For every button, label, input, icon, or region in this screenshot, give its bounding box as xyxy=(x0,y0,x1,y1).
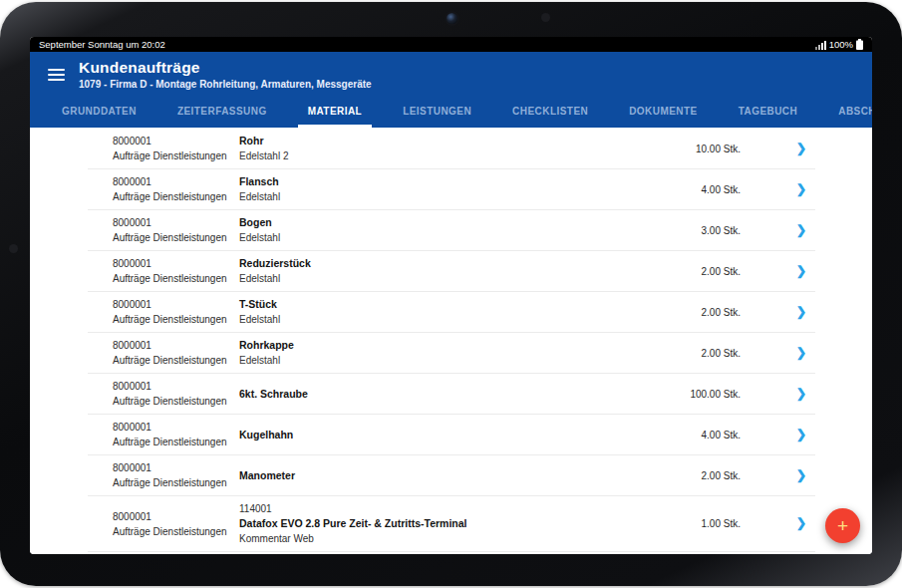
material-left-col: 8000001Aufträge Dienstleistungen xyxy=(113,460,239,490)
material-left-col: 8000001Aufträge Dienstleistungen xyxy=(113,256,239,286)
material-variant: Edelstahl xyxy=(239,230,661,245)
material-left-col: 8000001Aufträge Dienstleistungen xyxy=(113,379,239,409)
chevron-right-icon[interactable]: ❯ xyxy=(793,388,809,401)
material-name: Rohr xyxy=(239,134,661,148)
material-code: 8000001 xyxy=(113,509,239,524)
material-variant: Edelstahl xyxy=(239,312,661,327)
material-quantity: 100.00 Stk. xyxy=(661,389,741,400)
material-article-no: 114001 xyxy=(239,501,661,516)
material-row[interactable]: 8000001Aufträge DienstleistungenFlanschE… xyxy=(88,169,815,210)
chevron-right-icon[interactable]: ❯ xyxy=(793,517,809,530)
tab-tagebuch[interactable]: TAGEBUCH xyxy=(729,106,808,128)
chevron-right-icon[interactable]: ❯ xyxy=(793,224,809,237)
material-main-col: FlanschEdelstahl xyxy=(239,174,661,204)
tab-bar: GRUNDDATENZEITERFASSUNGMATERIALLEISTUNGE… xyxy=(30,96,872,128)
tab-leistungen[interactable]: LEISTUNGEN xyxy=(393,106,481,128)
material-group: Aufträge Dienstleistungen xyxy=(113,148,239,163)
material-comment: Kommentar Web xyxy=(239,531,661,546)
material-variant: Edelstahl xyxy=(239,353,661,368)
chevron-right-icon[interactable]: ❯ xyxy=(793,183,809,196)
material-main-col: T-StückEdelstahl xyxy=(239,297,661,327)
material-code: 8000001 xyxy=(113,338,239,353)
material-quantity: 1.00 Stk. xyxy=(661,518,741,529)
material-row[interactable]: 8000001Aufträge Dienstleistungen114001Da… xyxy=(88,496,815,552)
material-name: 6kt. Schraube xyxy=(239,387,661,402)
side-camera-icon xyxy=(9,244,18,253)
material-code: 8000001 xyxy=(113,215,239,230)
material-group: Aufträge Dienstleistungen xyxy=(113,312,239,327)
material-left-col: 8000001Aufträge Dienstleistungen xyxy=(113,215,239,245)
material-variant: Edelstahl 2 xyxy=(239,148,661,163)
material-group: Aufträge Dienstleistungen xyxy=(113,230,239,245)
material-variant: Edelstahl xyxy=(239,189,661,204)
material-code: 8000001 xyxy=(113,379,239,394)
tab-checklisten[interactable]: CHECKLISTEN xyxy=(502,106,598,128)
material-name: Bogen xyxy=(239,215,661,230)
tab-abschluss[interactable]: ABSCHLUSS xyxy=(828,106,872,128)
material-quantity: 3.00 Stk. xyxy=(661,225,741,236)
material-row[interactable]: 8000001Aufträge DienstleistungenBogenEde… xyxy=(88,210,815,251)
add-material-button[interactable]: + xyxy=(825,508,860,543)
tab-grunddaten[interactable]: GRUNDDATEN xyxy=(52,106,147,128)
status-datetime: September Sonntag um 20:02 xyxy=(39,39,165,50)
tablet-mockup: September Sonntag um 20:02 100% Kundenau… xyxy=(0,0,902,588)
material-code: 8000001 xyxy=(113,297,239,312)
material-group: Aufträge Dienstleistungen xyxy=(113,394,239,409)
material-row[interactable]: 8000001Aufträge DienstleistungenReduzier… xyxy=(88,251,815,292)
page-title: Kundenaufträge xyxy=(79,59,372,77)
chevron-right-icon[interactable]: ❯ xyxy=(793,143,809,155)
chevron-right-icon[interactable]: ❯ xyxy=(793,469,809,482)
material-quantity: 10.00 Stk. xyxy=(661,144,741,154)
material-quantity: 2.00 Stk. xyxy=(661,307,741,318)
app-screen: September Sonntag um 20:02 100% Kundenau… xyxy=(30,37,872,554)
material-left-col: 8000001Aufträge Dienstleistungen xyxy=(113,174,239,204)
chevron-right-icon[interactable]: ❯ xyxy=(793,347,809,360)
plus-icon: + xyxy=(837,516,848,535)
material-main-col: Manometer xyxy=(239,468,661,483)
hamburger-menu-icon[interactable] xyxy=(48,69,65,81)
material-quantity: 2.00 Stk. xyxy=(661,266,741,277)
material-group: Aufträge Dienstleistungen xyxy=(113,524,239,539)
material-group: Aufträge Dienstleistungen xyxy=(113,435,239,449)
chevron-right-icon[interactable]: ❯ xyxy=(793,306,809,319)
material-group: Aufträge Dienstleistungen xyxy=(113,475,239,490)
app-header: Kundenaufträge 1079 - Firma D - Montage … xyxy=(30,52,872,96)
material-quantity: 4.00 Stk. xyxy=(661,184,741,195)
material-name: Rohrkappe xyxy=(239,338,661,353)
material-row[interactable]: 8000001Aufträge DienstleistungenT-StückE… xyxy=(88,292,815,333)
material-group: Aufträge Dienstleistungen xyxy=(113,189,239,204)
material-row[interactable]: 8000001Aufträge DienstleistungenRohrEdel… xyxy=(88,129,815,169)
chevron-right-icon[interactable]: ❯ xyxy=(793,429,809,441)
material-row[interactable]: 8000001Aufträge DienstleistungenManomete… xyxy=(88,455,815,496)
material-main-col: RohrkappeEdelstahl xyxy=(239,338,661,368)
material-group: Aufträge Dienstleistungen xyxy=(113,271,239,286)
status-bar: September Sonntag um 20:02 100% xyxy=(30,37,872,52)
material-name: Reduzierstück xyxy=(239,256,661,271)
tab-material[interactable]: MATERIAL xyxy=(298,106,373,128)
material-row[interactable]: 8000001Aufträge DienstleistungenKugelhah… xyxy=(88,415,815,455)
material-code: 8000001 xyxy=(113,256,239,271)
material-list[interactable]: 8000001Aufträge DienstleistungenRohrEdel… xyxy=(30,128,872,554)
material-left-col: 8000001Aufträge Dienstleistungen xyxy=(113,338,239,368)
material-main-col: ReduzierstückEdelstahl xyxy=(239,256,661,286)
material-name: Datafox EVO 2.8 Pure Zeit- & Zutritts-Te… xyxy=(239,516,661,531)
order-subtitle: 1079 - Firma D - Montage Rohrleitung, Ar… xyxy=(79,79,372,90)
material-left-col: 8000001Aufträge Dienstleistungen xyxy=(113,134,239,163)
chevron-right-icon[interactable]: ❯ xyxy=(793,265,809,278)
material-row[interactable]: 8000001Aufträge Dienstleistungen6kt. Sch… xyxy=(88,374,815,415)
material-name: Manometer xyxy=(239,468,661,483)
material-left-col: 8000001Aufträge Dienstleistungen xyxy=(113,297,239,327)
material-name: Flansch xyxy=(239,174,661,189)
tab-zeiterfassung[interactable]: ZEITERFASSUNG xyxy=(167,106,277,128)
material-quantity: 2.00 Stk. xyxy=(661,470,741,481)
tab-dokumente[interactable]: DOKUMENTE xyxy=(619,106,708,128)
material-main-col: BogenEdelstahl xyxy=(239,215,661,245)
material-code: 8000001 xyxy=(113,420,239,435)
material-main-col: 114001Datafox EVO 2.8 Pure Zeit- & Zutri… xyxy=(239,501,661,546)
front-camera-icon xyxy=(447,13,457,24)
material-left-col: 8000001Aufträge Dienstleistungen xyxy=(113,420,239,449)
material-row[interactable]: 8000001Aufträge DienstleistungenRohrkapp… xyxy=(88,333,815,374)
signal-bars-icon xyxy=(815,40,826,50)
material-quantity: 2.00 Stk. xyxy=(661,348,741,359)
battery-percentage: 100% xyxy=(829,39,853,50)
